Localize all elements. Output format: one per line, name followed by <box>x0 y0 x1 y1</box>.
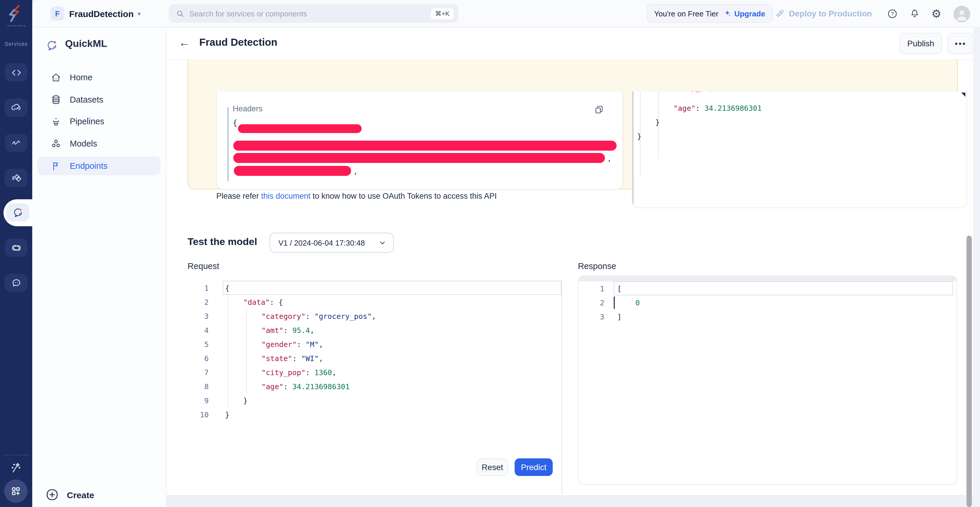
model-version-select[interactable]: V1 / 2024-06-04 17:30:48 <box>270 233 394 253</box>
line-number: 8 <box>188 382 208 391</box>
notifications-bell-button[interactable] <box>909 0 920 27</box>
svg-text:?: ? <box>891 11 894 16</box>
headers-open-brace: { <box>233 118 237 127</box>
scrollbar-thumb[interactable] <box>967 235 972 507</box>
quickml-title: QuickML <box>65 38 107 50</box>
project-selector[interactable]: FraudDetection <box>69 0 134 27</box>
line-number: 7 <box>188 368 208 377</box>
code-line: 6"state": "WI", <box>188 351 562 365</box>
code-line: 8"age": 34.2136986301 <box>188 379 562 393</box>
back-button[interactable]: ← <box>179 37 190 49</box>
magic-wand-icon[interactable] <box>10 461 22 474</box>
line-number: 10 <box>188 410 208 419</box>
line-number: 6 <box>188 354 208 362</box>
indent-guide <box>246 309 247 393</box>
code-line: 1{ <box>188 281 562 295</box>
code-line: 20 <box>579 296 956 310</box>
service-rings-icon[interactable] <box>5 238 27 257</box>
headers-card: Headers { , , <box>216 91 623 190</box>
line-number: 9 <box>188 396 208 405</box>
rocket-icon <box>775 8 785 19</box>
pipeline-icon <box>50 116 62 127</box>
global-search-input[interactable]: Search for services or components ⌘+K <box>169 4 458 23</box>
stray-comma: , <box>353 168 358 176</box>
sidebar-item-label: Home <box>70 73 92 82</box>
create-button[interactable]: Create <box>45 488 94 502</box>
rail-decorative-dots <box>8 25 25 26</box>
sidebar-item-label: Endpoints <box>70 161 108 170</box>
topbar: F FraudDetection ▾ Search for services o… <box>32 0 980 27</box>
code-line: 7"city_pop": 1360, <box>188 365 562 379</box>
more-options-button[interactable]: ••• <box>948 33 974 54</box>
service-zia-icon[interactable] <box>5 134 27 152</box>
line-number: 5 <box>188 340 208 348</box>
active-line-highlight <box>614 281 953 296</box>
help-button[interactable]: ? <box>887 0 898 27</box>
service-functions-icon[interactable] <box>5 63 27 81</box>
code-line: } <box>655 117 660 128</box>
database-icon <box>50 94 62 105</box>
redaction-bar <box>233 141 617 151</box>
search-shortcut-badge: ⌘+K <box>431 8 453 19</box>
code-line: "age": 34.2136986301 <box>673 103 762 114</box>
deploy-to-production-button[interactable]: Deploy to Production <box>775 0 872 27</box>
quickml-sidebar: QuickML Home Datasets Pipelines Models E… <box>32 27 167 507</box>
code-line: 5"gender": "M", <box>188 337 562 351</box>
bottom-strip <box>166 495 980 507</box>
project-avatar: F <box>50 6 64 21</box>
response-editor[interactable]: 1[203] <box>578 275 957 485</box>
service-rail: Services <box>0 0 32 507</box>
project-caret-icon[interactable]: ▾ <box>138 0 141 27</box>
response-lines: 1[203] <box>579 281 956 324</box>
user-avatar[interactable] <box>954 6 970 22</box>
sidebar-item-label: Pipelines <box>70 117 104 126</box>
code-line: } <box>637 131 641 142</box>
code-line: 2"data": { <box>188 295 562 309</box>
overflow-indicator-icon <box>961 92 965 97</box>
sidebar-item-pipelines[interactable]: Pipelines <box>38 112 161 131</box>
sidebar-item-label: Models <box>70 139 97 148</box>
request-sample-code: "city_pop": 1360,"age": 34.2136986301}} <box>632 91 967 208</box>
search-icon <box>176 9 185 18</box>
request-editor-edge <box>562 281 562 494</box>
app-grid-button[interactable] <box>4 480 27 503</box>
rail-divider <box>3 455 29 455</box>
upgrade-link[interactable]: Upgrade <box>734 9 765 18</box>
redaction-bar <box>233 153 605 163</box>
catalyst-logo-icon[interactable] <box>7 4 26 23</box>
sample-left-edge <box>632 91 633 208</box>
request-editor[interactable]: 1{2"data": {3"category": "grocery_pos",4… <box>188 281 562 421</box>
reset-button[interactable]: Reset <box>477 458 508 476</box>
service-quickml-icon[interactable] <box>6 203 29 222</box>
line-number: 1 <box>579 284 604 293</box>
quickml-logo-icon <box>46 39 59 52</box>
line-number: 2 <box>188 297 208 306</box>
app-window: Services <box>0 0 980 507</box>
headers-title: Headers <box>233 104 262 113</box>
note-prefix: Please refer <box>216 192 261 200</box>
scrollbar-track <box>973 27 980 507</box>
sidebar-item-models[interactable]: Models <box>38 134 161 153</box>
publish-button[interactable]: Publish <box>900 33 942 54</box>
response-label: Response <box>578 261 616 271</box>
response-top-band <box>579 276 956 281</box>
sidebar-item-datasets[interactable]: Datasets <box>38 90 161 109</box>
sidebar-item-home[interactable]: Home <box>38 68 161 87</box>
free-tier-chip: You're on Free Tier Upgrade <box>646 4 773 23</box>
headers-accent-line <box>228 107 229 181</box>
code-line: 9} <box>188 393 562 407</box>
predict-button[interactable]: Predict <box>515 458 553 476</box>
note-suffix: to know how to use OAuth Tokens to acces… <box>310 192 497 200</box>
service-stacks-icon[interactable] <box>5 169 27 187</box>
sidebar-item-label: Datasets <box>70 95 103 104</box>
sparkle-icon <box>723 10 731 17</box>
service-chat-icon[interactable] <box>5 274 27 292</box>
page-title: Fraud Detection <box>199 37 277 49</box>
line-number: 4 <box>188 326 208 334</box>
document-link[interactable]: this document <box>261 192 310 200</box>
service-cloud-icon[interactable] <box>5 99 27 117</box>
settings-gear-button[interactable]: ⚙ <box>931 0 941 27</box>
copy-icon[interactable] <box>594 105 604 114</box>
code-line: 4"amt": 95.4, <box>188 323 562 337</box>
sidebar-item-endpoints[interactable]: Endpoints <box>38 156 161 175</box>
